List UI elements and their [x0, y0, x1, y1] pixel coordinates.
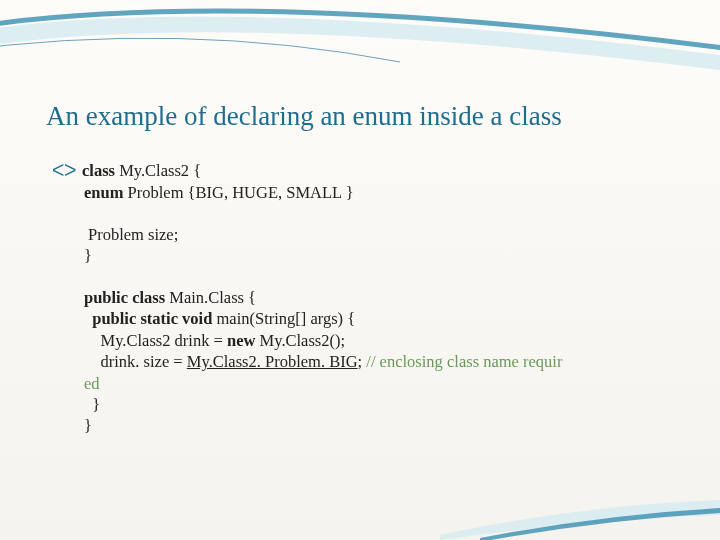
blank-line [52, 267, 680, 287]
keyword-new: new [227, 331, 260, 350]
code-fragment: My.Class2 { [119, 161, 201, 180]
code-comment: // enclosing class name requir [366, 352, 562, 371]
code-line-9: ed [52, 373, 680, 394]
code-text: class My.Class2 { [82, 160, 201, 181]
content-area: An example of declaring an enum inside a… [0, 0, 720, 477]
code-fragment: main(String[] args) { [216, 309, 355, 328]
code-fragment: My.Class2 drink = [101, 331, 228, 350]
code-underlined: My.Class2. Problem. BIG [187, 352, 358, 371]
code-fragment: } [92, 395, 100, 414]
keyword-public-static-void: public static void [92, 309, 216, 328]
code-line-1: ᐸᐳ class My.Class2 { [52, 160, 680, 182]
code-fragment: Main.Class { [169, 288, 256, 307]
code-fragment: drink. size = [101, 352, 187, 371]
code-line-6: public static void main(String[] args) { [52, 308, 680, 329]
code-line-5: public class Main.Class { [52, 287, 680, 308]
code-line-2: enum Problem {BIG, HUGE, SMALL } [52, 182, 680, 203]
keyword-class: class [82, 161, 119, 180]
code-body: ᐸᐳ class My.Class2 { enum Problem {BIG, … [40, 160, 680, 436]
code-fragment: My.Class2(); [260, 331, 346, 350]
blank-line [52, 204, 680, 224]
code-line-3: Problem size; [52, 224, 680, 245]
code-line-10: } [52, 394, 680, 415]
code-fragment: Problem {BIG, HUGE, SMALL } [128, 183, 354, 202]
bullet-icon: ᐸᐳ [52, 160, 76, 182]
code-line-8: drink. size = My.Class2. Problem. BIG; /… [52, 351, 680, 372]
slide-title: An example of declaring an enum inside a… [40, 100, 680, 132]
code-line-11: } [52, 415, 680, 436]
keyword-enum: enum [84, 183, 128, 202]
slide-container: An example of declaring an enum inside a… [0, 0, 720, 540]
bottom-swoosh-decoration [440, 480, 720, 540]
code-line-4: } [52, 245, 680, 266]
code-line-7: My.Class2 drink = new My.Class2(); [52, 330, 680, 351]
keyword-public-class: public class [84, 288, 169, 307]
